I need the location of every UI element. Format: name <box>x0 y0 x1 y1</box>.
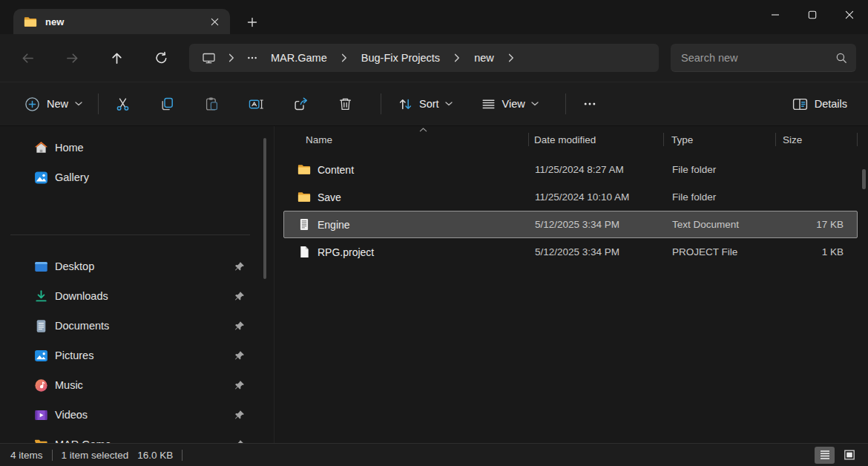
list-view-icon <box>819 450 831 460</box>
column-label: Size <box>783 134 802 145</box>
details-pane-button[interactable]: Details <box>785 90 855 118</box>
minimize-icon <box>771 10 780 19</box>
file-type: PROJECT File <box>665 246 777 257</box>
maximize-window-button[interactable] <box>794 0 831 30</box>
selection-size: 16.0 KB <box>137 450 173 461</box>
search-box[interactable] <box>671 44 856 72</box>
details-button-label: Details <box>815 98 847 110</box>
navigation-bar: MAR.GameBug-Fix Projectsnew <box>0 34 868 82</box>
breadcrumb-item[interactable]: MAR.Game <box>263 48 335 68</box>
back-nav-button[interactable] <box>11 43 44 73</box>
sidebar-item-mar-game[interactable]: MAR.Game <box>9 432 255 443</box>
text-document-icon <box>297 218 311 231</box>
file-name: Save <box>318 191 341 203</box>
sidebar-item-label: Documents <box>55 320 234 332</box>
refresh-nav-button[interactable] <box>145 43 177 73</box>
file-row-engine[interactable]: Engine5/12/2025 3:34 PMText Document17 K… <box>283 211 858 238</box>
sidebar-item-desktop[interactable]: Desktop <box>9 254 255 279</box>
sidebar-item-label: Gallery <box>55 171 245 183</box>
sidebar-item-pictures[interactable]: Pictures <box>9 343 255 368</box>
breadcrumb-item[interactable]: new <box>467 48 502 68</box>
breadcrumb-chevron-icon <box>341 53 347 62</box>
breadcrumb: MAR.GameBug-Fix Projectsnew <box>189 44 659 72</box>
file-date-modified: 11/25/2024 8:27 AM <box>530 164 665 175</box>
column-header-type[interactable]: Type <box>664 126 776 153</box>
chevron-down-icon <box>75 102 82 106</box>
sidebar-item-label: Desktop <box>55 260 234 272</box>
forward-nav-button[interactable] <box>56 43 88 73</box>
sidebar-item-downloads[interactable]: Downloads <box>9 283 255 309</box>
file-row-rpg-project[interactable]: RPG.project5/12/2025 3:34 PMPROJECT File… <box>283 238 858 266</box>
back-icon <box>21 51 35 65</box>
cut-button[interactable] <box>106 90 139 118</box>
rename-button[interactable] <box>240 90 272 118</box>
minimize-window-button[interactable] <box>757 0 794 30</box>
close-window-button[interactable] <box>831 0 868 30</box>
delete-button[interactable] <box>329 90 361 118</box>
sort-arrows-icon <box>398 96 413 112</box>
paste-button[interactable] <box>195 90 228 118</box>
file-blank-icon <box>297 246 311 258</box>
folder-icon <box>297 191 311 203</box>
paste-icon <box>204 96 220 112</box>
sidebar-scrollbar[interactable] <box>263 138 266 279</box>
copy-button[interactable] <box>151 90 183 118</box>
refresh-icon <box>154 51 168 65</box>
share-icon <box>293 96 309 112</box>
sort-button[interactable]: Sort <box>389 90 461 118</box>
icons-view-toggle-button[interactable] <box>839 447 859 464</box>
pin-icon <box>234 291 245 302</box>
sidebar: HomeGalleryDesktopDownloadsDocumentsPict… <box>0 126 274 443</box>
file-name-cell: RPG.project <box>284 246 530 258</box>
sidebar-item-gallery[interactable]: Gallery <box>9 165 255 190</box>
gallery-icon <box>34 171 48 185</box>
file-name-cell: Save <box>284 191 530 203</box>
toolbar-divider <box>565 93 566 114</box>
pin-icon <box>234 321 245 332</box>
tab-close-button[interactable] <box>205 12 224 31</box>
share-button[interactable] <box>284 90 317 118</box>
more-options-button[interactable] <box>573 90 606 118</box>
videos-icon <box>34 408 48 422</box>
file-row-content[interactable]: Content11/25/2024 8:27 AMFile folder <box>283 156 858 183</box>
home-icon <box>34 141 48 155</box>
file-name-cell: Content <box>284 163 530 176</box>
sidebar-item-home[interactable]: Home <box>9 135 255 160</box>
up-nav-button[interactable] <box>100 43 133 73</box>
breadcrumb-item[interactable]: Bug-Fix Projects <box>354 48 447 68</box>
items-count: 4 items <box>10 450 43 461</box>
details-pane-icon <box>792 97 808 111</box>
sidebar-item-label: Videos <box>55 409 234 421</box>
file-date-modified: 11/25/2024 10:10 AM <box>530 191 665 203</box>
file-list-scrollbar[interactable] <box>862 169 866 189</box>
new-button[interactable]: New <box>16 90 91 118</box>
search-input[interactable] <box>681 52 835 64</box>
sidebar-item-music[interactable]: Music <box>9 373 255 398</box>
view-button[interactable]: View <box>472 90 548 118</box>
column-label: Date modified <box>534 134 596 145</box>
sidebar-item-videos[interactable]: Videos <box>9 402 255 427</box>
column-header-date-modified[interactable]: Date modified <box>529 126 664 153</box>
column-header-size[interactable]: Size <box>776 126 858 153</box>
sidebar-item-documents[interactable]: Documents <box>9 313 255 338</box>
chevron-down-icon <box>445 102 453 106</box>
folder-open-icon <box>34 438 48 444</box>
file-date-modified: 5/12/2025 3:34 PM <box>530 219 665 230</box>
maximize-icon <box>808 10 817 19</box>
column-header-name[interactable]: Name <box>283 126 529 153</box>
monitor-icon <box>202 51 216 65</box>
status-bar: 4 items 1 item selected 16.0 KB <box>0 443 868 466</box>
breadcrumb-this-pc-button[interactable] <box>195 47 222 69</box>
breadcrumb-overflow-button[interactable] <box>241 47 263 69</box>
view-toggles <box>815 447 859 464</box>
file-size: 17 KB <box>777 219 857 230</box>
sort-ascending-caret-icon <box>419 128 427 132</box>
pin-icon <box>234 380 245 391</box>
explorer-tab[interactable]: new <box>13 9 230 34</box>
sidebar-separator <box>10 234 250 235</box>
file-row-save[interactable]: Save11/25/2024 10:10 AMFile folder <box>283 183 858 211</box>
pin-icon <box>234 261 245 272</box>
list-view-toggle-button[interactable] <box>815 447 835 464</box>
sidebar-item-label: Downloads <box>55 290 234 302</box>
new-tab-button[interactable] <box>242 13 263 32</box>
